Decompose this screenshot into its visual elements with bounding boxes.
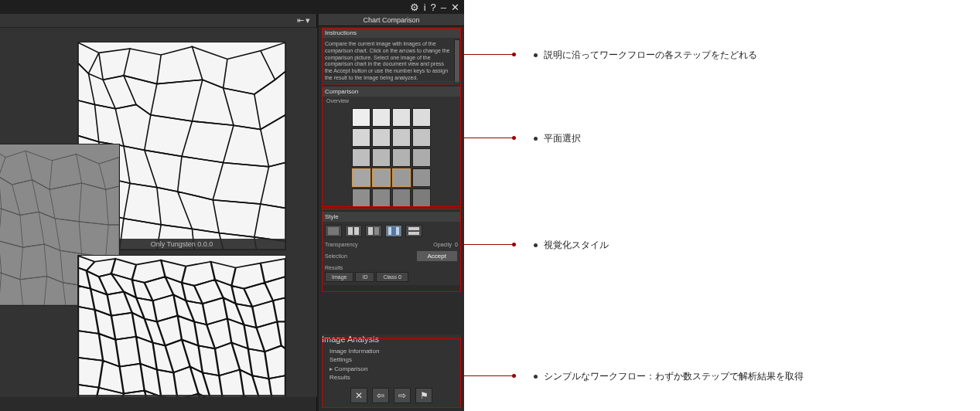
- next-button[interactable]: ⇨: [394, 388, 411, 403]
- workflow-step[interactable]: Image Information: [330, 347, 453, 355]
- opacity-label: Opacity: [433, 242, 452, 247]
- comparison-thumb[interactable]: [352, 189, 370, 207]
- results-tabs: Image ID Class 0: [322, 272, 461, 285]
- close-icon[interactable]: ✕: [451, 2, 459, 13]
- comparison-thumb[interactable]: [412, 108, 431, 127]
- finish-button[interactable]: ⚑: [415, 388, 432, 403]
- opacity-value: 0: [455, 242, 458, 247]
- comparison-grid: [322, 105, 461, 210]
- comparison-thumb[interactable]: [392, 189, 411, 207]
- back-button[interactable]: ⇦: [372, 388, 389, 403]
- comparison-subtitle: Overview: [322, 97, 461, 105]
- instructions-text: Compare the current image with images of…: [325, 41, 452, 82]
- side-panel: Chart Comparison Instructions Compare th…: [319, 14, 464, 411]
- comparison-image-bottom[interactable]: Steel + Tungsten 0.0.0: [77, 255, 286, 397]
- results-label: Results: [325, 265, 343, 270]
- workflow-steps: Image Information Settings Comparison Re…: [322, 344, 461, 385]
- leader-line: [461, 375, 515, 376]
- style-option-2[interactable]: [345, 225, 362, 237]
- comparison-thumb[interactable]: [372, 189, 391, 207]
- workflow-step[interactable]: Results: [330, 373, 453, 382]
- transparency-label: Transparency: [325, 242, 358, 247]
- svg-rect-3: [328, 227, 339, 235]
- svg-rect-4: [348, 227, 353, 235]
- style-block: Style Transparency Opacity 0 Selection A…: [322, 212, 461, 285]
- annotation-workflow: シンプルなワークフロー：わずか数ステップで解析結果を取得: [534, 370, 804, 383]
- image-caption: Steel + Tungsten 0.0.0: [78, 395, 285, 397]
- style-option-3[interactable]: [365, 225, 382, 237]
- cancel-button[interactable]: ✕: [350, 388, 367, 403]
- comparison-thumb[interactable]: [392, 168, 411, 187]
- document-viewport[interactable]: Only Tungsten 0.0.0: [0, 28, 317, 397]
- comparison-thumb[interactable]: [372, 168, 391, 187]
- annotation-instructions: 説明に沿ってワークフローの各ステップをたどれる: [534, 49, 757, 62]
- svg-rect-11: [408, 232, 419, 235]
- workflow-block: Image Analysis Image Information Setting…: [322, 335, 461, 408]
- workflow-step[interactable]: Settings: [330, 355, 453, 364]
- comparison-thumb[interactable]: [352, 148, 370, 167]
- panel-title: Chart Comparison: [319, 14, 464, 26]
- leader-line: [461, 54, 515, 55]
- menu-icon[interactable]: ▾: [306, 15, 310, 25]
- comparison-thumb[interactable]: [392, 128, 411, 147]
- leader-line: [461, 138, 515, 138]
- svg-rect-5: [354, 227, 359, 235]
- document-header: ⇤ ▾: [0, 14, 316, 28]
- tab-id[interactable]: ID: [355, 272, 374, 282]
- annotation-comparison: 平面選択: [534, 132, 581, 145]
- comparison-thumb[interactable]: [412, 189, 431, 207]
- instructions-block: Instructions Compare the current image w…: [322, 28, 461, 85]
- leader-line: [461, 244, 515, 245]
- tab-class[interactable]: Class 0: [376, 272, 408, 282]
- svg-rect-10: [408, 227, 419, 230]
- workflow-title: Image Analysis: [322, 335, 461, 344]
- workflow-nav: ✕ ⇦ ⇨ ⚑: [322, 385, 461, 408]
- comparison-thumb[interactable]: [372, 108, 391, 127]
- style-title: Style: [322, 212, 461, 222]
- style-options: [322, 222, 461, 240]
- minimize-icon[interactable]: –: [441, 2, 446, 13]
- scrollbar[interactable]: [454, 39, 460, 83]
- comparison-thumb[interactable]: [392, 108, 411, 127]
- comparison-thumb[interactable]: [372, 128, 391, 147]
- gear-icon[interactable]: ⚙: [410, 2, 419, 13]
- window-titlebar: ⚙ i ? – ✕: [0, 0, 464, 14]
- selection-label: Selection: [325, 253, 347, 259]
- style-option-4[interactable]: [385, 225, 402, 237]
- comparison-thumb[interactable]: [392, 148, 411, 167]
- svg-rect-9: [391, 227, 396, 235]
- comparison-title: Comparison: [322, 87, 461, 97]
- accept-button[interactable]: Accept: [416, 250, 458, 262]
- workflow-step[interactable]: Comparison: [330, 365, 453, 373]
- comparison-thumb[interactable]: [412, 168, 431, 187]
- comparison-thumb[interactable]: [412, 128, 431, 147]
- tab-image[interactable]: Image: [325, 272, 353, 282]
- comparison-block: Comparison Overview: [322, 87, 461, 210]
- style-option-1[interactable]: [325, 225, 342, 237]
- collapse-icon[interactable]: ⇤: [297, 15, 304, 25]
- style-option-5[interactable]: [405, 225, 422, 237]
- comparison-thumb[interactable]: [412, 148, 431, 167]
- comparison-thumb[interactable]: [352, 168, 370, 187]
- svg-rect-7: [374, 227, 379, 235]
- comparison-thumb[interactable]: [372, 148, 391, 167]
- comparison-thumb[interactable]: [352, 128, 370, 147]
- app-window: ⚙ i ? – ✕ ⇤ ▾ Only Tun: [0, 0, 464, 411]
- voronoi-texture-icon: [78, 256, 285, 397]
- help-icon[interactable]: ?: [431, 2, 436, 13]
- comparison-thumb[interactable]: [352, 108, 370, 127]
- svg-rect-6: [368, 227, 373, 235]
- annotation-style: 視覚化スタイル: [534, 239, 609, 252]
- instructions-title: Instructions: [322, 28, 461, 38]
- info-icon[interactable]: i: [424, 2, 426, 13]
